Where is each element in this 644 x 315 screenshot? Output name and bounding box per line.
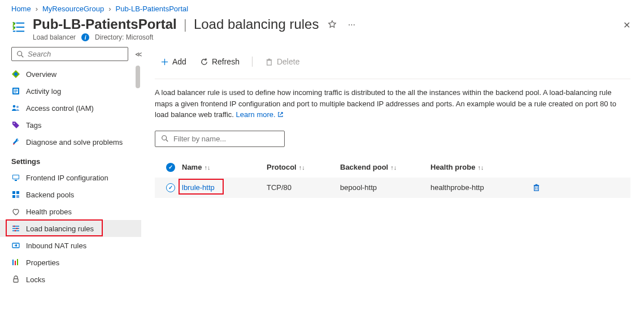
sidebar-item-activity-log[interactable]: Activity log [0, 83, 141, 100]
sidebar-item-frontend-ip[interactable]: Frontend IP configuration [0, 169, 141, 186]
chevron-right-icon: › [108, 5, 111, 13]
sidebar-item-properties[interactable]: Properties [0, 254, 141, 271]
cell-protocol: TCP/80 [267, 183, 340, 192]
more-button[interactable]: ⋯ [346, 18, 358, 31]
sidebar-item-label: Access control (IAM) [26, 104, 94, 113]
svg-line-1 [21, 55, 24, 57]
sort-icon: ↑↓ [390, 164, 397, 171]
filter-input[interactable] [173, 135, 279, 143]
column-backend[interactable]: Backend pool↑↓ [340, 163, 430, 171]
toolbar-separator [252, 57, 253, 67]
sidebar-item-label: Inbound NAT rules [26, 241, 86, 250]
sidebar-item-label: Frontend IP configuration [26, 174, 108, 182]
svg-point-10 [16, 106, 19, 108]
inbound-nat-icon [11, 241, 20, 250]
table-row[interactable]: lbrule-http TCP/80 bepool-http healthpro… [155, 178, 630, 198]
tag-icon [11, 120, 20, 130]
cell-health: healthprobe-http [430, 183, 532, 192]
toolbar: Add Refresh Delete [155, 47, 630, 79]
sidebar-item-locks[interactable]: Locks [0, 271, 141, 288]
svg-line-36 [166, 140, 168, 142]
sidebar-search[interactable] [11, 47, 128, 61]
sidebar-item-label: Activity log [26, 87, 61, 96]
breadcrumb-resource[interactable]: Pub-LB-PatientsPortal [115, 5, 188, 13]
sidebar-item-label: Diagnose and solve problems [26, 138, 123, 146]
scrollbar-thumb[interactable] [136, 66, 140, 88]
sidebar-nav: ▲ Overview Activity log Access control (… [0, 66, 141, 315]
select-all-checkbox[interactable]: ✓ [159, 163, 182, 172]
delete-button[interactable]: Delete [259, 55, 305, 68]
frontend-ip-icon [11, 173, 20, 182]
page-header: Pub-LB-PatientsPortal | Load balancing r… [0, 15, 644, 47]
lock-icon [11, 275, 20, 284]
sidebar-item-overview[interactable]: Overview [0, 66, 141, 83]
sort-icon: ↑↓ [204, 164, 210, 171]
svg-point-9 [13, 105, 16, 108]
favorite-button[interactable] [325, 18, 339, 31]
sidebar: ≪ ▲ Overview Activity log Access control… [0, 47, 141, 315]
svg-rect-15 [12, 191, 15, 194]
table-header: ✓ Name↑↓ Protocol↑↓ Backend pool↑↓ Healt… [155, 157, 630, 178]
collapse-sidebar-button[interactable]: ≪ [133, 48, 145, 61]
sidebar-item-label: Load balancing rules [26, 225, 94, 233]
column-protocol[interactable]: Protocol↑↓ [267, 163, 340, 171]
breadcrumb-rg[interactable]: MyResourceGroup [42, 5, 104, 13]
breadcrumb: Home › MyResourceGroup › Pub-LB-Patients… [0, 0, 644, 15]
sidebar-item-load-balancing-rules[interactable]: Load balancing rules [0, 220, 141, 237]
svg-rect-14 [15, 180, 17, 181]
svg-rect-17 [12, 195, 15, 198]
backend-pools-icon [11, 190, 20, 199]
page-subtitle: Load balancing rules [194, 16, 319, 32]
sidebar-item-iam[interactable]: Access control (IAM) [0, 100, 141, 116]
page-title: Pub-LB-PatientsPortal [33, 16, 177, 32]
sort-icon: ↑↓ [477, 164, 484, 171]
sidebar-item-tags[interactable]: Tags [0, 116, 141, 133]
svg-rect-16 [16, 191, 19, 194]
sidebar-item-label: Backend pools [26, 191, 74, 199]
svg-rect-32 [267, 60, 272, 64]
svg-rect-29 [14, 279, 18, 282]
title-divider: | [184, 16, 187, 32]
activity-log-icon [11, 87, 20, 96]
chevron-right-icon: › [36, 5, 38, 13]
sidebar-item-label: Locks [26, 275, 45, 284]
svg-point-24 [15, 230, 16, 231]
filter-box[interactable] [155, 131, 285, 147]
overview-icon [11, 70, 20, 79]
people-icon [11, 103, 20, 113]
sidebar-item-backend-pools[interactable]: Backend pools [0, 186, 141, 203]
svg-point-23 [16, 228, 18, 229]
refresh-icon [200, 58, 208, 66]
svg-point-22 [14, 226, 15, 227]
description-text: A load balancer rule is used to define h… [155, 87, 630, 120]
close-button[interactable]: ✕ [621, 18, 633, 33]
resource-type-label: Load balancer [33, 33, 76, 41]
refresh-button[interactable]: Refresh [194, 55, 245, 68]
trash-icon [265, 58, 273, 66]
svg-point-0 [18, 51, 22, 55]
directory-label: Directory: Microsoft [95, 33, 153, 41]
sidebar-item-diagnose[interactable]: Diagnose and solve problems [0, 133, 141, 150]
delete-row-button[interactable] [532, 183, 541, 192]
row-checkbox[interactable] [159, 183, 182, 192]
svg-rect-13 [13, 175, 19, 179]
sidebar-item-label: Tags [26, 121, 41, 130]
sidebar-item-label: Health probes [26, 208, 72, 216]
add-button[interactable]: Add [155, 55, 192, 68]
breadcrumb-home[interactable]: Home [11, 5, 31, 13]
sidebar-item-label: Overview [26, 70, 56, 79]
learn-more-link[interactable]: Learn more. [236, 110, 284, 119]
main-content: Add Refresh Delete A load balancer rule … [141, 47, 644, 315]
sidebar-item-health-probes[interactable]: Health probes [0, 203, 141, 220]
sidebar-search-input[interactable] [28, 50, 123, 58]
column-name[interactable]: Name↑↓ [182, 163, 267, 171]
rule-name-link[interactable]: lbrule-http [182, 183, 215, 192]
sidebar-item-label: Properties [26, 258, 59, 267]
sort-icon: ↑↓ [299, 164, 305, 171]
svg-rect-37 [534, 186, 539, 191]
search-icon [16, 50, 24, 58]
column-health[interactable]: Health probe↑↓ [430, 163, 532, 171]
load-balancing-rules-icon [11, 224, 20, 233]
svg-point-11 [14, 123, 15, 124]
sidebar-item-inbound-nat[interactable]: Inbound NAT rules [0, 237, 141, 254]
